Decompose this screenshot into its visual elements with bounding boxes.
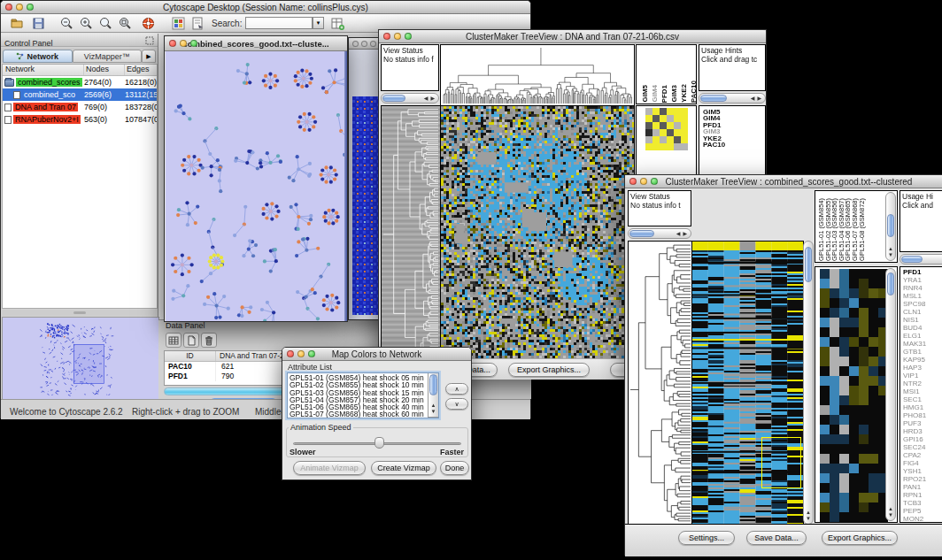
tv2-settings-button[interactable]: Settings...: [678, 531, 735, 545]
move-attribute-down-button[interactable]: ∨: [445, 398, 468, 410]
close-button[interactable]: [629, 178, 637, 185]
tab-network[interactable]: Network: [3, 50, 73, 63]
scroll-down-icon[interactable]: ▼: [888, 252, 893, 257]
close-button[interactable]: [5, 4, 12, 11]
gene-label[interactable]: CPA2: [903, 451, 942, 459]
tv1-row-dendrogram[interactable]: [381, 105, 441, 360]
annotation-icon[interactable]: [190, 16, 205, 31]
scroll-up-icon[interactable]: ▲: [888, 246, 893, 251]
gene-label[interactable]: HAP3: [903, 364, 942, 372]
scroll-up-icon[interactable]: ▲: [431, 403, 436, 408]
new-attribute-button[interactable]: [183, 333, 199, 348]
gene-label[interactable]: MAK31: [903, 340, 942, 348]
tv1-left-hscroll[interactable]: ◀▶: [381, 93, 439, 104]
tv1-column-dendrogram[interactable]: [440, 44, 635, 106]
slider-thumb[interactable]: [374, 437, 384, 449]
tv1-export-graphics-button[interactable]: Export Graphics...: [508, 363, 590, 377]
gene-list[interactable]: PFD1YRA1RNR4MSL1SPC98CLN1NIS1BUD4ELG1MAK…: [900, 267, 942, 523]
gene-label[interactable]: GTB1: [903, 348, 942, 356]
zoom-out-icon[interactable]: [59, 16, 74, 31]
gene-label[interactable]: BUD4: [903, 324, 942, 332]
gene-label[interactable]: PFD1: [903, 268, 942, 276]
save-icon[interactable]: [31, 16, 46, 31]
gene-label[interactable]: VIP1: [903, 372, 942, 380]
gene-label[interactable]: NIS1: [903, 316, 942, 324]
gene-label[interactable]: HRD3: [903, 427, 942, 435]
gene-label[interactable]: PEP5: [903, 507, 942, 515]
done-button[interactable]: Done: [440, 461, 469, 475]
tv2-save-data-button[interactable]: Save Data...: [746, 531, 807, 545]
minimize-button[interactable]: [640, 178, 647, 185]
panel-splitter[interactable]: [2, 310, 158, 316]
main-titlebar[interactable]: Cytoscape Desktop (Session Name: collins…: [1, 1, 530, 14]
zoom-in-icon[interactable]: [79, 16, 94, 31]
tv1-global-heatmap[interactable]: [440, 105, 635, 360]
tv2-left-hscroll[interactable]: ◀▶: [628, 228, 691, 239]
tv2-right-hscroll[interactable]: [900, 254, 942, 265]
window-controls[interactable]: [1, 4, 34, 11]
gene-label[interactable]: SPC98: [903, 300, 942, 308]
search-input[interactable]: [245, 17, 313, 29]
scroll-right-icon[interactable]: ▶: [757, 95, 761, 102]
minimize-button[interactable]: [361, 41, 367, 47]
create-vizmap-button[interactable]: Create Vizmap: [371, 461, 436, 475]
tv1-zoom-heatmap[interactable]: [645, 108, 688, 150]
tv2-global-heatmap[interactable]: [691, 241, 804, 525]
minimize-button[interactable]: [297, 350, 305, 357]
gene-label[interactable]: MON2: [903, 515, 942, 523]
gene-label[interactable]: RPN1: [903, 491, 942, 499]
attribute-table-icon[interactable]: [330, 16, 345, 31]
tab-vizmapper[interactable]: VizMapper™: [73, 50, 143, 63]
scroll-down-icon[interactable]: ▼: [806, 516, 811, 521]
scroll-up-icon[interactable]: ▲: [806, 510, 811, 515]
select-attributes-button[interactable]: [166, 333, 181, 348]
scroll-left-icon[interactable]: ◀: [751, 95, 755, 102]
tab-overflow-button[interactable]: ▶: [142, 50, 156, 63]
network-list-row[interactable]: combined_scores2764(0)16218(0): [3, 76, 157, 88]
zoom-selected-icon[interactable]: [118, 16, 133, 31]
open-file-icon[interactable]: [10, 16, 25, 31]
tv2-row-dendrogram[interactable]: [628, 241, 692, 525]
gene-label[interactable]: NTR2: [903, 380, 942, 387]
scroll-right-icon[interactable]: ▶: [683, 230, 687, 237]
network-canvas[interactable]: [166, 51, 344, 321]
network-overview-thumbnail[interactable]: [2, 317, 159, 400]
gene-label[interactable]: SEC24: [903, 443, 942, 451]
close-button[interactable]: [383, 33, 390, 40]
network-list-row[interactable]: DNA and Tran 07769(0)183728(0): [3, 101, 157, 113]
treeview1-titlebar[interactable]: ClusterMaker TreeView : DNA and Tran 07-…: [379, 30, 766, 43]
gene-label[interactable]: TCB3: [903, 499, 942, 507]
gene-label[interactable]: MSL1: [903, 292, 942, 300]
attribute-list-vscroll[interactable]: ▲▼: [428, 373, 438, 418]
gene-label[interactable]: PHO81: [903, 411, 942, 419]
gene-label[interactable]: MSI1: [903, 387, 942, 395]
gene-label[interactable]: YSH1: [903, 467, 942, 475]
minimize-button[interactable]: [180, 40, 187, 47]
zoom-button[interactable]: [308, 350, 315, 357]
tv1-right-hscroll[interactable]: ◀▶: [699, 93, 766, 104]
gene-label[interactable]: YRA1: [903, 276, 942, 284]
gene-label[interactable]: ELG1: [903, 332, 942, 340]
animation-speed-slider[interactable]: [293, 437, 461, 449]
gene-label[interactable]: RPO21: [903, 475, 942, 483]
tv2-zoom-heatmap[interactable]: [820, 269, 888, 522]
scroll-up-icon[interactable]: ▲: [888, 506, 893, 511]
scroll-left-icon[interactable]: ◀: [424, 95, 429, 102]
zoom-button[interactable]: [27, 4, 34, 11]
gene-label[interactable]: RNR4: [903, 284, 942, 292]
zoom-button[interactable]: [190, 40, 197, 47]
search-dropdown-button[interactable]: ▼: [313, 17, 324, 29]
scroll-down-icon[interactable]: ▼: [431, 409, 436, 414]
minimize-button[interactable]: [394, 33, 401, 40]
gene-label[interactable]: GPI16: [903, 435, 942, 443]
gene-label[interactable]: PUF3: [903, 419, 942, 427]
move-attribute-up-button[interactable]: ∧: [445, 383, 468, 395]
help-lifering-icon[interactable]: [141, 16, 156, 31]
zoom-button[interactable]: [651, 178, 658, 185]
zoom-button[interactable]: [370, 41, 376, 47]
scroll-down-icon[interactable]: ▼: [888, 512, 893, 518]
network-window-titlebar[interactable]: combined_scores_good.txt--cluste...: [165, 36, 347, 51]
close-button[interactable]: [352, 41, 359, 47]
vizmap-shortcut-icon[interactable]: [171, 16, 186, 31]
gene-label[interactable]: KAP95: [903, 356, 942, 364]
